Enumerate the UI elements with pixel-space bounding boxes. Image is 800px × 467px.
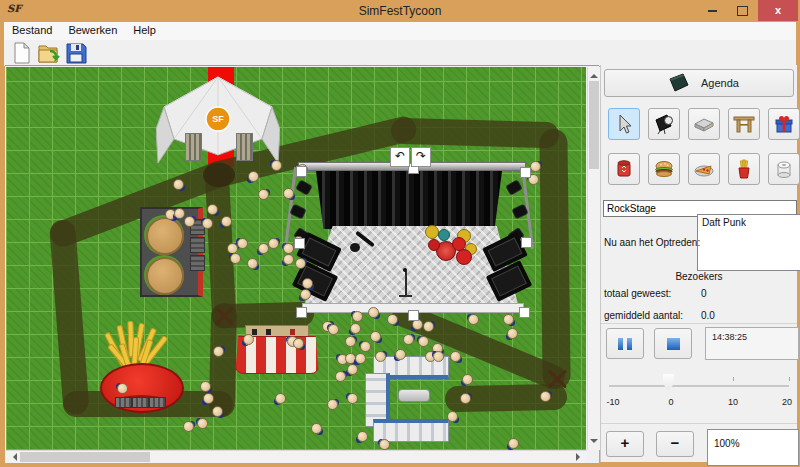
visitor [213,346,224,357]
visitor [395,349,406,360]
visitor [379,439,390,450]
visitor [375,351,386,362]
stop-icon [667,338,680,350]
stop-button[interactable] [654,328,692,359]
vertical-scroll-thumb[interactable] [589,81,599,169]
window-frame: SF SimFestTycoon x Bestand Bewerken Help [0,0,800,467]
visitor [468,314,479,325]
visitor [247,258,258,269]
menu-bewerken[interactable]: Bewerken [60,22,125,36]
mic-stand [403,268,407,272]
save-icon [64,41,88,65]
visitor [243,334,254,345]
zoom-in-button[interactable]: + [606,431,644,457]
tool-pizza[interactable] [688,153,720,185]
visitor [174,208,185,219]
stage-curtain[interactable] [316,171,502,229]
bench[interactable] [190,237,205,253]
selection-handle[interactable] [296,166,307,177]
menu-bestand[interactable]: Bestand [4,22,60,36]
selection-handle[interactable] [521,237,532,248]
bench[interactable] [132,397,149,408]
pause-icon [627,338,632,350]
selection-handle[interactable] [519,307,530,318]
stage-floor[interactable] [305,226,518,304]
minimize-button[interactable] [698,0,726,21]
tent-logo-text: SF [212,114,224,124]
mic-stand[interactable] [405,271,407,297]
tool-stage-block[interactable] [688,108,720,140]
visitor [184,216,195,227]
table[interactable] [398,389,430,402]
visitor [328,324,339,335]
selection-handle[interactable] [520,167,531,178]
bench[interactable] [149,397,166,408]
speed-slider-thumb[interactable] [663,374,674,391]
open-file-button[interactable] [37,41,61,65]
visitor [207,204,218,215]
pause-button[interactable] [606,328,644,359]
horizontal-scroll-thumb[interactable] [20,452,150,462]
selection-handle[interactable] [294,238,305,249]
tom-drum [456,249,472,265]
now-playing-listbox[interactable]: Daft Punk [697,214,800,271]
visitor [173,179,184,190]
agenda-button[interactable]: Agenda [604,69,794,97]
scroll-down-icon[interactable] [590,439,598,447]
new-file-icon [10,41,34,65]
menu-help[interactable]: Help [125,22,164,36]
visitor [212,406,223,417]
visitor [355,353,366,364]
tool-trash-bin[interactable] [608,153,640,185]
scroll-up-icon[interactable] [590,70,598,78]
bench[interactable] [190,255,205,271]
slider-tick [733,377,734,381]
crowd-barrier-left[interactable] [185,133,202,161]
visitor [311,423,322,434]
visitor [433,351,444,362]
entrance-tent[interactable]: SF [156,75,280,169]
visitor [248,171,259,182]
tool-fries[interactable] [728,153,760,185]
visitor [368,307,379,318]
tool-spotlight[interactable] [648,108,680,140]
slider-tick-label: 10 [728,397,738,407]
tool-burger[interactable] [648,153,680,185]
crowd-barrier-right[interactable] [236,133,253,161]
vertical-scrollbar[interactable] [587,67,600,450]
zoom-level-field[interactable]: 100% [707,429,799,466]
map-container: SF [5,65,599,463]
festival-map[interactable]: SF [6,67,586,450]
close-button[interactable]: x [758,0,798,21]
visitor [293,338,304,349]
drum-hardware [438,229,450,241]
section-divider [601,323,797,324]
striped-food-stand[interactable] [235,323,317,373]
scroll-left-icon[interactable] [9,453,17,461]
scroll-right-icon[interactable] [576,453,584,461]
tool-gate[interactable] [728,108,760,140]
rotate-cw-button[interactable]: ↷ [411,147,431,167]
visitor [275,393,286,404]
guitar[interactable] [350,243,360,252]
dirt-path-segment [391,118,560,149]
tool-toilet-roll[interactable] [768,153,800,185]
visitor [283,243,294,254]
selection-handle[interactable] [296,307,307,318]
save-button[interactable] [64,41,88,65]
selection-handle[interactable] [408,310,419,321]
tool-select-cursor[interactable] [608,108,640,140]
speed-slider[interactable] [609,385,789,387]
burger-top [146,257,184,295]
slider-tick [789,377,790,381]
horizontal-scrollbar[interactable] [6,450,587,463]
maximize-button[interactable] [728,0,756,21]
bench[interactable] [115,397,132,408]
zoom-out-button[interactable]: − [656,431,694,457]
tool-gift[interactable] [768,108,800,140]
average-visitors-value: 0.0 [701,310,715,321]
maximize-icon [737,6,748,16]
visitor [203,393,214,404]
rotate-ccw-button[interactable]: ↶ [390,147,410,167]
new-file-button[interactable] [10,41,34,65]
